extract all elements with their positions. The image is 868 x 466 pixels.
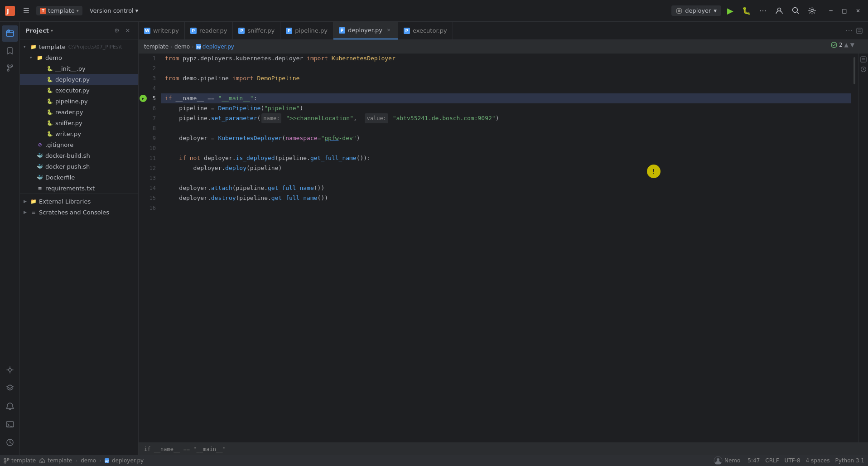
- tree-item-init-py[interactable]: 🐍 __init__.py: [20, 63, 138, 74]
- tree-chevron-demo: ▾: [30, 55, 36, 60]
- tree-item-executor-py[interactable]: 🐍 executor.py: [20, 85, 138, 96]
- py-icon-reader: 🐍: [46, 108, 53, 116]
- tree-item-sniffer-py[interactable]: 🐍 sniffer.py: [20, 117, 138, 128]
- tab-pipeline[interactable]: P pipeline.py: [280, 22, 333, 39]
- cursor-position: 5:47: [747, 457, 760, 464]
- statusbar-right: 5:47 CRLF UTF-8 4 spaces Python 3.1: [747, 457, 864, 464]
- encoding-item[interactable]: UTF-8: [785, 457, 800, 464]
- py-icon-deployer: 🐍: [46, 76, 53, 83]
- more-options-button[interactable]: ⋯: [756, 4, 770, 18]
- tab-executor[interactable]: P executor.py: [398, 22, 453, 39]
- maximize-button[interactable]: □: [838, 5, 851, 17]
- branch-name: template: [11, 457, 36, 464]
- tab-reader[interactable]: P reader.py: [185, 22, 233, 39]
- tree-item-dockerfile[interactable]: 🐳 Dockerfile: [20, 172, 138, 183]
- titlebar-left: J ☰ T template ▾ Version control ▾: [4, 5, 142, 17]
- editor-code[interactable]: ! from pypz.deployers.kubernetes.deploye…: [161, 53, 851, 442]
- tab-icon-sniffer: P: [238, 28, 245, 34]
- tab-icon-deployer: P: [339, 27, 345, 34]
- hamburger-button[interactable]: ☰: [20, 5, 33, 17]
- sidebar-item-notifications[interactable]: [2, 398, 18, 414]
- tab-deployer[interactable]: P deployer.py ✕: [333, 22, 398, 39]
- docker-icon-build: 🐳: [36, 152, 43, 159]
- vcs-button[interactable]: Version control ▾: [86, 6, 142, 15]
- right-sidebar-btn-2[interactable]: [859, 65, 868, 73]
- code-line-15: deployer.destroy(pipeline.get_full_name(…: [161, 193, 851, 203]
- tab-sniffer[interactable]: P sniffer.py: [233, 22, 280, 39]
- tree-item-pipeline-py[interactable]: 🐍 pipeline.py: [20, 96, 138, 107]
- line-9: 9: [139, 133, 161, 143]
- code-line-11: if not deployer.is_deployed(pipeline.get…: [161, 153, 851, 163]
- tree-chevron-template-root: ▾: [24, 44, 30, 49]
- tree-item-docker-push[interactable]: 🐳 docker-push.sh: [20, 161, 138, 172]
- tree-item-scratches[interactable]: ▶ ≣ Scratches and Consoles: [20, 207, 138, 218]
- run-button[interactable]: ▶: [723, 4, 738, 18]
- svg-point-11: [7, 69, 9, 71]
- tree-item-reader-py[interactable]: 🐍 reader.py: [20, 107, 138, 117]
- search-button[interactable]: [788, 4, 803, 18]
- line-12: 12: [139, 163, 161, 173]
- right-sidebar-btn-1[interactable]: [859, 55, 868, 63]
- minimize-button[interactable]: ─: [825, 5, 837, 17]
- svg-point-6: [811, 10, 813, 12]
- settings-icon: [808, 7, 816, 15]
- sidebar-item-git[interactable]: [2, 60, 18, 76]
- code-line-10: [161, 143, 851, 153]
- panel-close-button[interactable]: ✕: [123, 25, 133, 35]
- svg-point-12: [9, 369, 11, 371]
- recent-files-icon: [856, 28, 863, 34]
- settings-button[interactable]: [805, 4, 819, 18]
- sidebar-item-project[interactable]: [2, 25, 18, 42]
- sidebar-item-terminal[interactable]: [2, 416, 18, 432]
- user-button[interactable]: [772, 4, 786, 18]
- code-line-4: [161, 83, 851, 93]
- recent-files-button[interactable]: [854, 26, 864, 36]
- tree-item-requirements[interactable]: ≡ requirements.txt: [20, 183, 138, 194]
- tabs-more-button[interactable]: ⋯: [845, 26, 853, 35]
- panel-gear-button[interactable]: ⚙: [112, 25, 122, 35]
- scrollbar-thumb[interactable]: [854, 57, 855, 84]
- svg-point-23: [4, 461, 6, 463]
- line-4: 4: [139, 83, 161, 93]
- project-icon: T: [40, 8, 46, 14]
- code-line-8: [161, 123, 851, 133]
- indent-item[interactable]: 4 spaces: [806, 457, 830, 464]
- position-item[interactable]: 5:47: [747, 457, 760, 464]
- titlebar: J ☰ T template ▾ Version control ▾ deplo…: [0, 0, 868, 22]
- run-indicator[interactable]: ▶: [140, 95, 147, 102]
- panel-title[interactable]: Project ▾: [25, 27, 53, 34]
- language-item[interactable]: Python 3.1: [835, 457, 865, 464]
- sidebar-item-layers[interactable]: [2, 380, 18, 396]
- project-panel: Project ▾ ⚙ ✕ ▾ 📁 template C:\Projects\0…: [20, 22, 139, 455]
- tree-chevron-ext-libs: ▶: [24, 199, 30, 204]
- nemo-label: Nemo: [724, 457, 740, 464]
- error-count-area: 2 ▲ ▼: [831, 42, 854, 48]
- tree-item-gitignore[interactable]: ⊘ .gitignore: [20, 139, 138, 150]
- tree-item-writer-py[interactable]: 🐍 writer.py: [20, 128, 138, 139]
- folder-icon-demo: 📁: [36, 54, 43, 61]
- coverage-button[interactable]: 🐛: [739, 4, 754, 18]
- branch-item[interactable]: template: [4, 457, 36, 464]
- sidebar-item-git-log[interactable]: [2, 434, 18, 451]
- breadcrumb-status[interactable]: template › demo › py deployer.py: [39, 457, 144, 464]
- deployer-chip[interactable]: deployer ▾: [671, 5, 721, 16]
- code-line-7: pipeline.set_parameter( name: ">>channel…: [161, 113, 851, 123]
- tab-close-deployer[interactable]: ✕: [385, 27, 392, 34]
- line-sep-item[interactable]: CRLF: [765, 457, 779, 464]
- tab-writer[interactable]: W writer.py: [139, 22, 185, 39]
- close-button[interactable]: ✕: [852, 5, 864, 17]
- tree-item-docker-build[interactable]: 🐳 docker-build.sh: [20, 150, 138, 161]
- sidebar-item-bookmarks[interactable]: [2, 43, 18, 59]
- breadcrumb-demo: demo: [174, 44, 190, 50]
- sidebar-item-commit[interactable]: [2, 362, 18, 378]
- py-icon-writer: 🐍: [46, 130, 53, 137]
- project-badge[interactable]: T template ▾: [36, 6, 82, 15]
- tree-item-template-root[interactable]: ▾ 📁 template C:\Projects\07_PIPEs\t: [20, 41, 138, 52]
- nemo-area: Nemo: [714, 456, 740, 465]
- sidebar-bottom: [2, 362, 18, 451]
- tree-item-demo[interactable]: ▾ 📁 demo: [20, 52, 138, 63]
- tree-item-external-libraries[interactable]: ▶ 📁 External Libraries: [20, 196, 138, 207]
- tab-icon-writer: W: [144, 28, 150, 34]
- tree-item-deployer-py[interactable]: 🐍 deployer.py: [20, 74, 138, 85]
- project-name: template: [48, 7, 75, 14]
